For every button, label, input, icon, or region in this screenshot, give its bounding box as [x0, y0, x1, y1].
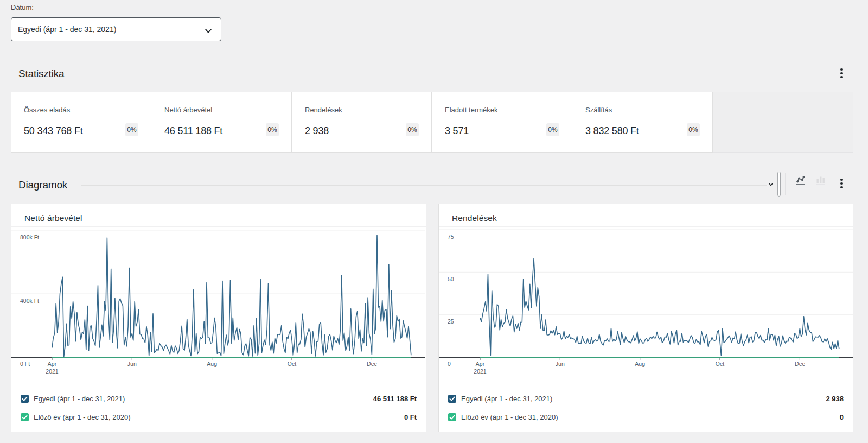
- svg-text:Aug: Aug: [635, 360, 645, 367]
- svg-text:Jun: Jun: [127, 360, 137, 367]
- svg-text:Oct: Oct: [288, 360, 296, 367]
- svg-text:Oct: Oct: [716, 360, 724, 367]
- svg-text:Apr: Apr: [48, 360, 57, 367]
- svg-text:2021: 2021: [46, 368, 59, 375]
- svg-text:2021: 2021: [474, 368, 487, 375]
- svg-text:Dec: Dec: [795, 360, 805, 367]
- svg-text:75: 75: [448, 233, 454, 240]
- svg-text:Apr: Apr: [476, 360, 485, 367]
- svg-text:800k Ft: 800k Ft: [20, 234, 39, 241]
- svg-text:50: 50: [448, 276, 454, 282]
- svg-text:Jun: Jun: [556, 360, 565, 367]
- svg-text:Aug: Aug: [207, 360, 217, 367]
- svg-text:0: 0: [448, 360, 451, 367]
- svg-text:25: 25: [448, 318, 454, 325]
- svg-text:0 Ft: 0 Ft: [20, 360, 30, 367]
- svg-text:Dec: Dec: [367, 360, 377, 367]
- svg-text:400k Ft: 400k Ft: [20, 298, 39, 304]
